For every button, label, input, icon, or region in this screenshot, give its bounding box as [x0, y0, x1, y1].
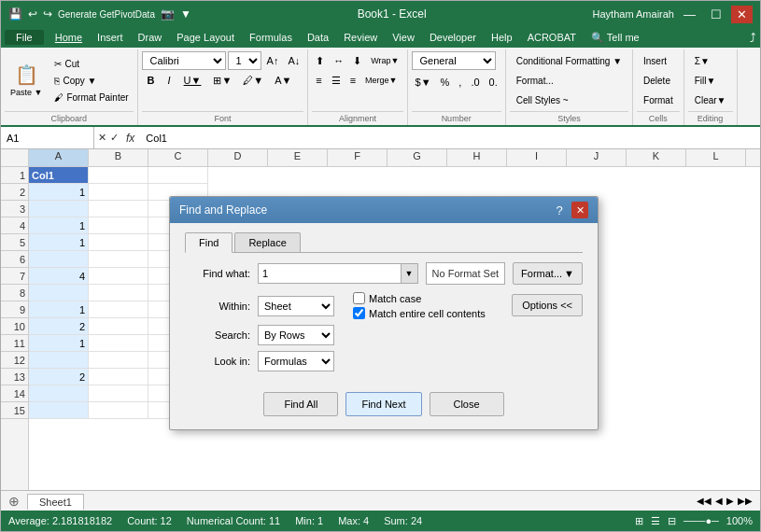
page-layout-menu[interactable]: Page Layout	[169, 30, 242, 45]
find-what-dropdown[interactable]: ▼	[401, 264, 417, 283]
insert-menu[interactable]: Insert	[90, 30, 131, 45]
cell-a8[interactable]	[29, 285, 89, 301]
clear-button[interactable]: Clear▼	[688, 91, 733, 109]
acrobat-menu[interactable]: ACROBAT	[520, 30, 584, 45]
tab-replace[interactable]: Replace	[234, 232, 300, 252]
cell-a5[interactable]: 1	[29, 234, 89, 251]
help-menu[interactable]: Help	[484, 30, 520, 45]
find-all-button[interactable]: Find All	[263, 392, 338, 416]
scroll-left-icon[interactable]: ◀◀	[697, 496, 712, 506]
within-select[interactable]: Sheet	[259, 297, 333, 315]
cell-b6[interactable]	[89, 251, 148, 268]
cell-a13[interactable]: 2	[29, 369, 89, 385]
wrap-text-button[interactable]: Wrap▼	[367, 51, 402, 70]
minimize-button[interactable]: —	[678, 6, 701, 23]
col-header-f[interactable]: F	[328, 149, 388, 166]
cell-b11[interactable]	[89, 335, 148, 352]
share-icon[interactable]: ⤴	[750, 31, 756, 45]
quick-access-dropdown[interactable]: ▼	[180, 7, 191, 21]
cell-b7[interactable]	[89, 268, 148, 285]
confirm-formula-icon[interactable]: ✓	[110, 132, 119, 144]
align-left-button[interactable]: ≡	[312, 71, 325, 90]
fill-button[interactable]: Fill▼	[688, 71, 723, 90]
cell-a2[interactable]: 1	[29, 184, 89, 201]
number-format-select[interactable]: General	[412, 51, 496, 70]
normal-view-icon[interactable]: ⊞	[635, 515, 643, 527]
quick-access-item[interactable]: Generate GetPivotData	[58, 9, 155, 20]
col-header-g[interactable]: G	[388, 149, 447, 166]
cell-b9[interactable]	[89, 301, 148, 318]
align-bottom-button[interactable]: ⬇	[349, 51, 365, 70]
cancel-formula-icon[interactable]: ✕	[98, 132, 106, 144]
increase-decimal-button[interactable]: 0.	[486, 73, 501, 91]
formulas-menu[interactable]: Formulas	[242, 30, 300, 45]
dialog-help-button[interactable]: ?	[551, 202, 568, 218]
italic-button[interactable]: I	[162, 71, 176, 90]
decrease-decimal-button[interactable]: .0	[467, 73, 483, 91]
find-replace-dialog[interactable]: Find and Replace ? ✕ Find Replace Find w…	[169, 196, 599, 430]
col-header-d[interactable]: D	[208, 149, 268, 166]
cell-b13[interactable]	[89, 369, 148, 385]
cell-b3[interactable]	[89, 201, 148, 217]
cell-a7[interactable]: 4	[29, 268, 89, 285]
comma-button[interactable]: ,	[455, 73, 465, 91]
merge-button[interactable]: Merge▼	[361, 71, 401, 90]
tab-find[interactable]: Find	[185, 232, 233, 253]
file-menu[interactable]: File	[5, 30, 44, 45]
border-button[interactable]: ⊞▼	[208, 71, 236, 90]
scroll-right-icon[interactable]: ▶▶	[738, 496, 753, 506]
cell-a10[interactable]: 2	[29, 318, 89, 335]
format-cells-button[interactable]: Format	[637, 91, 680, 109]
add-sheet-button[interactable]: ⊕	[1, 494, 27, 509]
close-dialog-button[interactable]: Close	[430, 392, 504, 416]
match-entire-checkbox[interactable]	[353, 307, 365, 319]
currency-button[interactable]: $▼	[412, 73, 435, 91]
align-top-button[interactable]: ⬆	[312, 51, 328, 70]
font-name-select[interactable]: Calibri	[142, 51, 226, 70]
home-menu[interactable]: Home	[48, 30, 90, 45]
autosum-button[interactable]: Σ▼	[688, 51, 716, 70]
col-header-c[interactable]: C	[148, 149, 208, 166]
cell-a6[interactable]	[29, 251, 89, 268]
col-header-b[interactable]: B	[89, 149, 148, 166]
cell-a12[interactable]	[29, 352, 89, 369]
undo-icon[interactable]: ↩	[28, 7, 37, 21]
redo-icon[interactable]: ↪	[43, 7, 52, 21]
col-header-l[interactable]: L	[686, 149, 746, 166]
tell-me-input[interactable]: 🔍 Tell me	[584, 30, 647, 46]
name-box[interactable]: A1	[1, 127, 94, 148]
scroll-prev-icon[interactable]: ◀	[715, 496, 723, 506]
page-layout-icon[interactable]: ☰	[651, 515, 660, 527]
underline-button[interactable]: U▼	[178, 71, 207, 90]
cell-styles-button[interactable]: Cell Styles ~	[510, 91, 575, 109]
draw-menu[interactable]: Draw	[131, 30, 170, 45]
align-middle-button[interactable]: ↔	[330, 51, 347, 70]
col-header-k[interactable]: K	[627, 149, 686, 166]
search-select[interactable]: By Rows	[259, 326, 333, 344]
insert-cells-button[interactable]: Insert	[637, 51, 673, 70]
bold-button[interactable]: B	[142, 71, 161, 90]
format-painter-button[interactable]: 🖌Format Painter	[49, 90, 133, 105]
format-as-table-button[interactable]: Format...	[510, 71, 560, 90]
sheet-tab-sheet1[interactable]: Sheet1	[27, 494, 84, 510]
look-in-select[interactable]: Formulas	[259, 352, 333, 371]
dialog-x-button[interactable]: ✕	[571, 202, 588, 218]
col-header-e[interactable]: E	[268, 149, 328, 166]
cell-b4[interactable]	[89, 217, 148, 234]
col-header-h[interactable]: H	[447, 149, 507, 166]
cell-b8[interactable]	[89, 285, 148, 301]
cell-a15[interactable]	[29, 402, 89, 419]
options-button[interactable]: Options <<	[512, 294, 583, 316]
cell-b15[interactable]	[89, 402, 148, 419]
close-button[interactable]: ✕	[731, 6, 753, 23]
cell-b2[interactable]	[89, 184, 148, 201]
align-right-button[interactable]: ≡	[346, 71, 359, 90]
conditional-formatting-button[interactable]: Conditional Formatting ▼	[510, 51, 628, 70]
cell-b1[interactable]	[89, 167, 148, 184]
percent-button[interactable]: %	[437, 73, 454, 91]
col-header-j[interactable]: J	[567, 149, 627, 166]
find-what-input[interactable]	[259, 264, 401, 283]
delete-cells-button[interactable]: Delete	[637, 71, 677, 90]
col-header-a[interactable]: A	[29, 149, 89, 166]
review-menu[interactable]: Review	[336, 30, 385, 45]
